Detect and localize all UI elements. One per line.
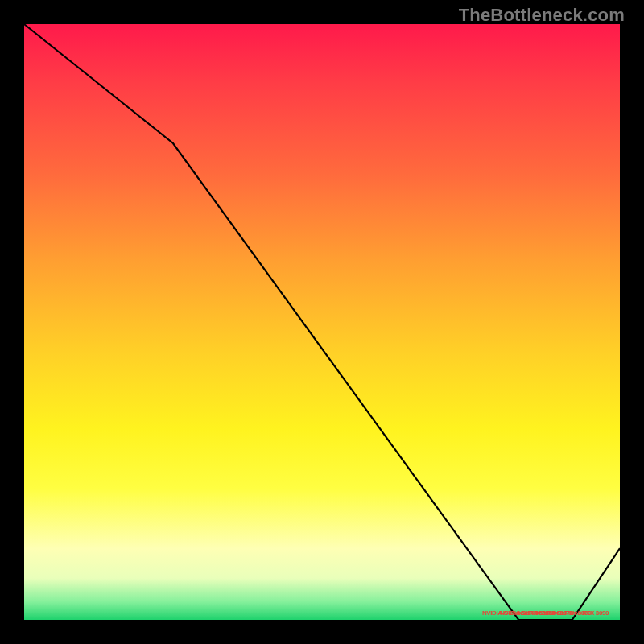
- plot-area: NVIDIA GeForce RTX 3060NVIDIA GeForce RT…: [24, 24, 620, 620]
- chart-canvas: TheBottleneck.com NVIDIA GeForce RTX 306…: [0, 0, 644, 644]
- bottleneck-curve: [24, 24, 620, 620]
- x-tick-label: NVIDIA GeForce RTX 3090: [536, 609, 609, 617]
- x-tick-labels: NVIDIA GeForce RTX 3060NVIDIA GeForce RT…: [24, 602, 620, 617]
- attribution-label: TheBottleneck.com: [459, 5, 625, 26]
- curve-svg: [24, 24, 620, 620]
